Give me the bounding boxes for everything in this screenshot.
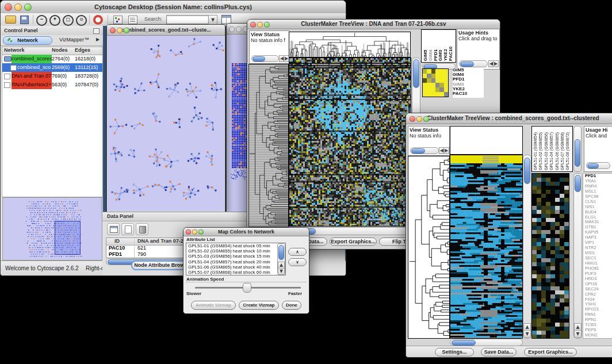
gene-label[interactable]: YSH1 — [585, 302, 612, 307]
done-button[interactable]: Done — [282, 301, 301, 310]
attribute-list-scrollbar[interactable]: ▲ ▼ — [277, 243, 285, 275]
gene-label[interactable]: TCB3 — [585, 323, 612, 328]
zoom-fit-icon[interactable]: ▢ — [63, 15, 74, 26]
float-panel-icon[interactable] — [93, 28, 100, 34]
column-label[interactable]: GIM4 — [428, 30, 433, 61]
attribute-list-item[interactable]: GPL51-02 (GSM855) heat shock 10 min — [186, 248, 277, 254]
col-network[interactable]: Network — [4, 47, 25, 53]
trash-icon[interactable] — [136, 223, 148, 235]
gene-label[interactable]: PFD1 — [585, 174, 612, 179]
tv2-row-dendrogram[interactable] — [408, 156, 450, 339]
column-label[interactable]: PAC10 — [448, 30, 453, 61]
gene-label[interactable]: MSI1 — [585, 251, 612, 256]
gene-label[interactable]: NTR2 — [585, 246, 612, 251]
minimize-icon[interactable] — [14, 3, 22, 11]
main-title-bar[interactable]: Cytoscape Desktop (Session Name: collins… — [1, 1, 346, 14]
column-label[interactable]: GIM5 — [423, 30, 428, 61]
minimize-icon[interactable] — [192, 229, 197, 235]
close-icon[interactable] — [410, 116, 415, 122]
gene-label[interactable]: ELG1 — [585, 215, 612, 220]
close-icon[interactable] — [110, 28, 116, 33]
gene-label[interactable]: PEP5 — [585, 328, 612, 333]
new-page-icon[interactable] — [121, 223, 134, 235]
open-icon[interactable] — [5, 16, 16, 24]
gene-label[interactable]: CPA2 — [585, 292, 612, 297]
attribute-list-item[interactable]: GPL51-01 (GSM854) heat shock 05 min — [186, 243, 277, 248]
close-icon[interactable] — [5, 3, 12, 11]
gene-label[interactable]: FIG4 — [585, 297, 612, 302]
move-up-button[interactable]: ∧ — [288, 248, 307, 256]
minimize-icon[interactable] — [416, 116, 422, 122]
row-label[interactable]: PAC10 — [453, 91, 484, 96]
tv2-export-graphics-button[interactable]: Export Graphics... — [524, 348, 577, 357]
tv1-row-dendrogram[interactable] — [248, 64, 289, 227]
tv1-heatmap[interactable] — [289, 58, 411, 227]
zoom-window-icon[interactable] — [423, 116, 429, 122]
scroll-down-icon[interactable]: ▼ — [574, 330, 582, 338]
attribute-list[interactable]: GPL51-01 (GSM854) heat shock 05 minGPL51… — [186, 243, 286, 275]
zoom-out-icon[interactable]: − — [36, 15, 47, 26]
zoom-window-icon[interactable] — [24, 3, 32, 11]
tv2-heatmap[interactable] — [450, 155, 523, 339]
search-input[interactable] — [166, 15, 209, 24]
close-icon[interactable] — [186, 229, 191, 235]
birdseye-canvas[interactable] — [3, 198, 101, 259]
treeview2-title-bar[interactable]: ClusterMaker TreeView : combined_scores_… — [406, 113, 612, 124]
column-label[interactable]: YKE2 — [443, 30, 448, 61]
col-nodes[interactable]: Nodes — [52, 47, 68, 53]
gene-label[interactable]: RPN1 — [585, 317, 612, 323]
tv2-settings-button[interactable]: Settings... — [435, 348, 474, 357]
col-edges[interactable]: Edges — [75, 47, 90, 53]
create-vizmap-button[interactable]: Create Vizmap — [239, 301, 279, 310]
tv2-usage-scrollbar[interactable] — [586, 162, 610, 169]
tv2-gene-scrollbar[interactable]: ▲ ▼ — [573, 173, 582, 339]
tab-network[interactable]: Network — [3, 36, 52, 45]
tv2-zoom-heatmap[interactable] — [531, 173, 569, 339]
scroll-down-icon[interactable]: ▼ — [278, 268, 285, 275]
gene-label[interactable]: NIS1 — [585, 205, 612, 210]
network-view-b-canvas[interactable] — [227, 35, 248, 213]
tv1-status-scrollbar[interactable] — [251, 55, 279, 62]
attribute-list-item[interactable]: GPL51-06 (GSM865) heat shock 40 min — [186, 265, 277, 270]
window-a-title-bar[interactable]: combined_scores_good.txt--cluste... — [107, 25, 225, 36]
gene-label[interactable]: PUF3 — [585, 271, 612, 277]
gene-label[interactable]: MON2 — [585, 333, 612, 338]
gene-label[interactable]: VIP1 — [585, 240, 612, 246]
tab-overflow-icon[interactable]: ▶ — [96, 37, 100, 42]
tv1-column-dendrogram[interactable] — [289, 32, 411, 58]
scroll-down-icon[interactable]: ▼ — [523, 330, 531, 338]
close-icon[interactable] — [229, 26, 235, 32]
column-label[interactable]: GIM3 — [438, 30, 443, 61]
minimize-icon[interactable] — [257, 22, 263, 28]
zoom-in-icon[interactable]: + — [49, 15, 60, 26]
cytopanel-icon[interactable] — [113, 16, 123, 24]
gene-label[interactable]: MAK31 — [585, 220, 612, 225]
col-id[interactable]: ID — [114, 238, 120, 244]
speed-slider-thumb[interactable] — [243, 283, 251, 293]
network-tree-row[interactable]: DNA and Tran 07 769(0) 183728(0) — [2, 72, 102, 81]
zoom-window-icon[interactable] — [264, 22, 270, 28]
attribute-list-item[interactable]: GPL51-03 (GSM856) heat shock 15 min — [186, 254, 277, 259]
move-down-button[interactable]: ∨ — [288, 258, 307, 266]
column-label[interactable]: GPL51-06 (GSM865) — [555, 127, 560, 170]
gene-label[interactable]: RNR4 — [585, 184, 612, 189]
gene-label[interactable]: HMG1 — [585, 261, 612, 266]
gene-label[interactable]: KAP95 — [585, 230, 612, 235]
tv1-zoom-heatmap[interactable] — [422, 68, 449, 97]
gene-label[interactable]: GTB1 — [585, 225, 612, 230]
gene-label[interactable]: SEC24 — [585, 287, 612, 292]
column-label[interactable]: GPL51-04 (GSM857) — [549, 127, 554, 170]
network-tree-row[interactable]: RNAPuberNov2+! 563(0) 107847(0) — [2, 81, 102, 89]
scroll-right-icon[interactable]: ▶ — [493, 60, 499, 67]
tv1-usage-scrollbar[interactable] — [459, 60, 488, 67]
animate-vizmap-button[interactable]: Animate Vizmap — [191, 301, 236, 310]
scroll-right-icon[interactable]: ▶ — [443, 147, 449, 154]
tv2-status-scrollbar[interactable] — [410, 147, 439, 154]
gene-label[interactable]: CLN1 — [585, 200, 612, 205]
tv2-save-data-button[interactable]: Save Data... — [481, 348, 517, 357]
column-label[interactable]: GPL51-03 (GSM856) — [544, 127, 549, 170]
gene-label[interactable]: BUD4 — [585, 210, 612, 215]
zoom-window-icon[interactable] — [124, 28, 129, 33]
gene-label[interactable]: SEC1 — [585, 256, 612, 261]
tv2-vscrollbar[interactable]: ▲ ▼ — [523, 155, 531, 339]
